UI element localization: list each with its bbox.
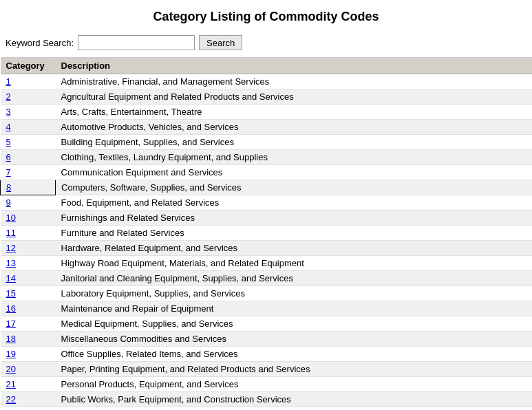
- description-cell: Highway Road Equipment, Materials, and R…: [56, 256, 533, 271]
- description-cell: Arts, Crafts, Entertainment, Theatre: [56, 105, 533, 120]
- description-cell: Miscellaneous Commodities and Services: [56, 332, 533, 347]
- category-cell[interactable]: 19: [1, 347, 56, 362]
- col-description: Description: [56, 58, 533, 74]
- description-cell: Communication Equipment and Services: [56, 165, 533, 180]
- description-cell: Clothing, Textiles, Laundry Equipment, a…: [56, 150, 533, 165]
- category-cell[interactable]: 1: [1, 74, 56, 89]
- category-cell[interactable]: 4: [1, 120, 56, 135]
- category-cell[interactable]: 9: [1, 195, 56, 211]
- category-cell[interactable]: 2: [1, 89, 56, 105]
- search-input[interactable]: [78, 35, 195, 50]
- table-row: 16Maintenance and Repair of Equipment: [1, 301, 533, 316]
- description-cell: Furniture and Related Services: [56, 226, 533, 241]
- description-cell: Paper, Printing Equipment, and Related P…: [56, 362, 533, 377]
- description-cell: Office Supplies, Related Items, and Serv…: [56, 347, 533, 362]
- table-row: 15Laboratory Equipment, Supplies, and Se…: [1, 286, 533, 301]
- description-cell: Agricultural Equipment and Related Produ…: [56, 89, 533, 105]
- search-label: Keyword Search:: [6, 38, 74, 48]
- table-row: 17Medical Equipment, Supplies, and Servi…: [1, 316, 533, 332]
- category-cell[interactable]: 12: [1, 241, 56, 256]
- table-row: 19Office Supplies, Related Items, and Se…: [1, 347, 533, 362]
- description-cell: Personal Products, Equipment, and Servic…: [56, 377, 533, 392]
- category-cell[interactable]: 22: [1, 392, 56, 407]
- category-cell[interactable]: 7: [1, 165, 56, 180]
- table-row: 14Janitorial and Cleaning Equipment, Sup…: [1, 271, 533, 286]
- table-row: 2Agricultural Equipment and Related Prod…: [1, 89, 533, 105]
- table-row: 11Furniture and Related Services: [1, 226, 533, 241]
- category-cell[interactable]: 5: [1, 135, 56, 150]
- category-cell[interactable]: 11: [1, 226, 56, 241]
- table-row: 6Clothing, Textiles, Laundry Equipment, …: [1, 150, 533, 165]
- table-row: 21Personal Products, Equipment, and Serv…: [1, 377, 533, 392]
- category-cell[interactable]: 23: [1, 407, 56, 411]
- description-cell: Medical Equipment, Supplies, and Service…: [56, 316, 533, 332]
- table-row: 18Miscellaneous Commodities and Services: [1, 332, 533, 347]
- category-cell[interactable]: 10: [1, 211, 56, 226]
- table-row: 20Paper, Printing Equipment, and Related…: [1, 362, 533, 377]
- description-cell: Rental and Leasing Services: [56, 407, 533, 411]
- category-cell[interactable]: 21: [1, 377, 56, 392]
- table-row: 3Arts, Crafts, Entertainment, Theatre: [1, 105, 533, 120]
- description-cell: Maintenance and Repair of Equipment: [56, 301, 533, 316]
- category-table: Category Description 1Administrative, Fi…: [0, 57, 532, 410]
- table-header-row: Category Description: [1, 58, 533, 74]
- description-cell: Administrative, Financial, and Managemen…: [56, 74, 533, 89]
- description-cell: Food, Equipment, and Related Services: [56, 195, 533, 211]
- table-row: 7Communication Equipment and Services: [1, 165, 533, 180]
- category-cell[interactable]: 18: [1, 332, 56, 347]
- description-cell: Building Equipment, Supplies, and Servic…: [56, 135, 533, 150]
- table-row: 9Food, Equipment, and Related Services: [1, 195, 533, 211]
- col-category: Category: [1, 58, 56, 74]
- category-cell[interactable]: 16: [1, 301, 56, 316]
- description-cell: Automotive Products, Vehicles, and Servi…: [56, 120, 533, 135]
- table-row: 12Hardware, Related Equipment, and Servi…: [1, 241, 533, 256]
- table-row: 1Administrative, Financial, and Manageme…: [1, 74, 533, 89]
- category-cell[interactable]: 15: [1, 286, 56, 301]
- description-cell: Janitorial and Cleaning Equipment, Suppl…: [56, 271, 533, 286]
- table-row: 8Computers, Software, Supplies, and Serv…: [1, 180, 533, 195]
- category-cell[interactable]: 3: [1, 105, 56, 120]
- table-row: 13Highway Road Equipment, Materials, and…: [1, 256, 533, 271]
- description-cell: Hardware, Related Equipment, and Service…: [56, 241, 533, 256]
- category-cell[interactable]: 13: [1, 256, 56, 271]
- category-cell[interactable]: 14: [1, 271, 56, 286]
- category-cell[interactable]: 6: [1, 150, 56, 165]
- table-row: 5Building Equipment, Supplies, and Servi…: [1, 135, 533, 150]
- category-cell[interactable]: 20: [1, 362, 56, 377]
- table-row: 22Public Works, Park Equipment, and Cons…: [1, 392, 533, 407]
- table-row: 10Furnishings and Related Services: [1, 211, 533, 226]
- category-cell[interactable]: 17: [1, 316, 56, 332]
- page-title: Category Listing of Commodity Codes: [0, 0, 532, 31]
- description-cell: Public Works, Park Equipment, and Constr…: [56, 392, 533, 407]
- description-cell: Laboratory Equipment, Supplies, and Serv…: [56, 286, 533, 301]
- description-cell: Furnishings and Related Services: [56, 211, 533, 226]
- table-row: 4Automotive Products, Vehicles, and Serv…: [1, 120, 533, 135]
- search-button[interactable]: Search: [199, 35, 242, 50]
- description-cell: Computers, Software, Supplies, and Servi…: [56, 180, 533, 195]
- category-cell[interactable]: 8: [1, 180, 56, 195]
- table-row: 23Rental and Leasing Services: [1, 407, 533, 411]
